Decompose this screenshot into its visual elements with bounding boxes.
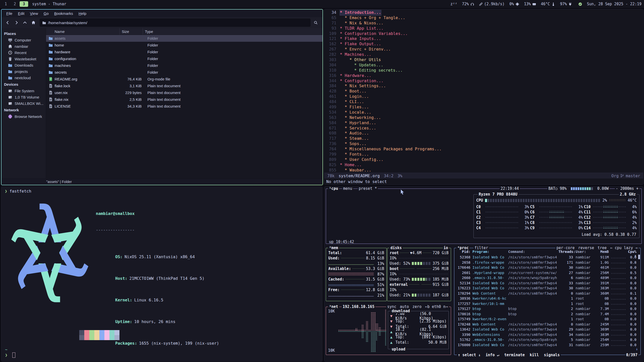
org-heading-line[interactable]: 344 * Configuration... xyxy=(324,78,643,84)
col-program[interactable]: Program: xyxy=(470,250,508,255)
search-button[interactable] xyxy=(311,19,320,26)
file-row[interactable]: LICENSE 34,3 KiB Plain text document xyxy=(46,103,323,110)
org-heading-line[interactable]: 736 * Sops... xyxy=(324,141,643,147)
col-pid[interactable]: Pid: xyxy=(456,250,470,255)
file-row[interactable]: hardware Folder xyxy=(46,49,323,55)
menu-item[interactable]: Bookmarks xyxy=(52,11,75,16)
process-row[interactable]: 52368 Isolated Web Co /nix/store/sm8fmrf… xyxy=(456,255,639,260)
org-heading-line[interactable]: 563 * Networking... xyxy=(324,115,643,120)
org-heading-line[interactable]: 267 * Envrc + Direnv... xyxy=(324,47,643,52)
org-heading-line[interactable]: 316 * Hardware... xyxy=(324,73,643,78)
status-module[interactable]: zᶻᶻ xyxy=(450,2,457,6)
per-core-toggle[interactable]: per-core xyxy=(556,246,575,250)
col-threads[interactable]: Threads: xyxy=(558,250,573,255)
process-table-header[interactable]: Pid: Program: Command: Threads: User: Me… xyxy=(456,250,639,255)
process-row[interactable]: 178616 btop btop 2 nambiar 7.4M 0.0 xyxy=(456,311,639,317)
process-row[interactable]: 176646 Isolated Web Co /nix/store/sm8fmr… xyxy=(456,265,639,270)
reverse-toggle[interactable]: reverse xyxy=(578,246,594,250)
org-heading-line[interactable]: 825 * Home... xyxy=(324,162,643,168)
net-interface-switcher[interactable]: ←b eth0 n→ xyxy=(425,304,448,309)
file-row[interactable]: secrets Folder xyxy=(46,69,323,76)
menu-item[interactable]: View xyxy=(28,11,40,16)
io-toggle[interactable]: io xyxy=(443,246,449,250)
menu-item[interactable]: Help xyxy=(76,11,89,16)
proc-footer-action[interactable]: ↑ select ↓ xyxy=(458,353,480,357)
column-size[interactable]: Size xyxy=(119,28,143,35)
process-row[interactable]: 177257 kworker/10:1-mm_ 1 root 0B 0.0 xyxy=(456,301,639,306)
scroll-down-arrow[interactable]: ↓ xyxy=(636,347,638,351)
process-row[interactable]: 2660 .emacs-31.0.50- /nix/store/wnqz5pa8… xyxy=(456,275,639,281)
file-row[interactable]: configuration Folder xyxy=(46,55,323,62)
org-heading-line[interactable]: 809 * User Config... xyxy=(324,157,643,162)
org-heading-line[interactable]: 764 * Miscellaneous Packages and Program… xyxy=(324,147,643,152)
net-auto-toggle[interactable]: auto xyxy=(400,304,409,309)
net-zero-toggle[interactable]: zero xyxy=(413,304,422,309)
net-sync-toggle[interactable]: sync xyxy=(387,304,396,309)
process-row[interactable]: 51762 .emacs-31.0.50- /nix/store/wnqz5pa… xyxy=(456,337,639,342)
file-row[interactable]: README.org 76,4 KiB Org-mode file xyxy=(46,76,323,82)
toolbar-nav-button[interactable] xyxy=(21,19,29,26)
org-heading-line[interactable]: 534 * Locale... xyxy=(324,110,643,115)
net-box-title[interactable]: ³net xyxy=(328,304,339,309)
emacs-buffer[interactable]: 34 * Introduction... 65 * Emacs + Org + … xyxy=(324,9,643,173)
process-row[interactable]: 38936 kworker/u64:6-kc 1 root 0B 0.0 xyxy=(456,296,639,301)
org-heading-line[interactable]: 304 * Updates... xyxy=(324,63,643,68)
file-row[interactable]: assets Folder xyxy=(46,35,323,42)
process-row[interactable]: 178294 Web Content /nix/store/sm8fmrf3wp… xyxy=(456,291,639,296)
org-heading-line[interactable]: 93 * TLDR App List... xyxy=(324,26,643,31)
process-row[interactable]: 179127 btop btop 2 nambiar 7.3M 0.0 xyxy=(456,306,639,311)
org-heading-line[interactable]: 717 * Steam... xyxy=(324,136,643,141)
column-name[interactable]: Name xyxy=(46,29,119,34)
cpu-box-title[interactable]: ¹cpu xyxy=(328,187,339,191)
disks-box-title[interactable]: disks xyxy=(389,246,403,250)
status-module[interactable]: 72% xyxy=(462,2,474,6)
org-heading-line[interactable]: 855 * Waubar... xyxy=(324,168,643,173)
file-row[interactable]: flake.nix 2,5 KiB Plain text document xyxy=(46,96,323,103)
process-row[interactable]: 176223 Isolated Web Co /nix/store/sm8fmr… xyxy=(456,286,639,291)
process-row[interactable]: 13642 Isolated Web Co /nix/store/sm8fmrf… xyxy=(456,327,639,332)
status-module[interactable]: (2.9kb/s) xyxy=(479,2,505,6)
process-row[interactable]: 176000 Isolated Web Co /nix/store/sm8fmr… xyxy=(456,342,639,348)
sidebar-item[interactable]: Wastebasket xyxy=(2,56,46,62)
col-command[interactable]: Command: xyxy=(508,250,558,255)
status-module[interactable]: Sun, 28 Sep 2025 - 22:19 xyxy=(587,2,641,6)
col-user[interactable]: User: xyxy=(573,250,597,255)
col-cpu[interactable]: Cpu% ↑ xyxy=(626,250,636,255)
file-list-header[interactable]: Name Size Type xyxy=(46,28,323,35)
file-row[interactable]: user.nix 229 bytes Plain text document xyxy=(46,89,323,96)
org-heading-line[interactable]: 428 * Boot... xyxy=(324,89,643,94)
workspace-button[interactable]: 1 xyxy=(2,1,10,7)
status-module[interactable]: 0% xyxy=(509,2,519,6)
status-module[interactable]: 13% xyxy=(524,2,536,6)
proc-footer-action[interactable]: info ↵ xyxy=(486,353,499,357)
column-type[interactable]: Type xyxy=(143,28,323,35)
org-heading-line[interactable]: 384 * Nix Settings... xyxy=(324,83,643,89)
terminal-content[interactable]: ❯fastfetch λ λ λ λ λ λ nambiar@smallbox … xyxy=(1,187,322,361)
col-memory[interactable]: MemB xyxy=(597,250,609,255)
org-heading-line[interactable]: 303 * Other Utils xyxy=(324,57,643,63)
sidebar-device-item[interactable]: 1,0 TB Volume xyxy=(2,94,46,100)
sidebar-item[interactable]: Downloads xyxy=(2,62,46,68)
org-heading-line[interactable]: 282 * Machines... xyxy=(324,52,643,57)
org-heading-line[interactable]: 162 * Flake Output... xyxy=(324,41,643,47)
shell-prompt-empty[interactable]: ❯ xyxy=(5,352,15,358)
org-heading-line[interactable]: 484 * CLI... xyxy=(324,99,643,105)
tree-toggle[interactable]: tree xyxy=(598,246,607,250)
process-row[interactable]: 2601 .Hyprland-wrapp /run/current-system… xyxy=(456,270,639,276)
sort-selector[interactable]: ← cpu lazy → xyxy=(610,246,637,250)
menu-item[interactable]: Edit xyxy=(16,11,27,16)
org-heading-line[interactable]: 698 * Audio... xyxy=(324,131,643,136)
workspace-button[interactable]: 3 xyxy=(20,1,28,7)
org-heading-line[interactable]: 121 * Flake Inputs... xyxy=(324,36,643,41)
status-module[interactable]: 97% xyxy=(560,2,572,6)
path-bar[interactable]: /home/nambiar/system/ xyxy=(40,19,310,27)
file-row[interactable]: machines Folder xyxy=(46,62,323,69)
proc-scrollbar-thumb[interactable] xyxy=(638,255,640,259)
toolbar-nav-button[interactable] xyxy=(13,19,20,26)
preset-button[interactable]: preset * xyxy=(358,187,378,191)
process-row[interactable]: 52134 Isolated Web Co /nix/store/sm8fmrf… xyxy=(456,281,639,286)
org-heading-line[interactable]: 799 * Fonts... xyxy=(324,152,643,157)
process-row[interactable]: 2658 .firefox-wrappe /nix/store/sm8fmrf3… xyxy=(456,260,639,265)
org-heading-line[interactable]: 671 * Services... xyxy=(324,126,643,131)
org-heading-line[interactable]: 584 * Hyprland... xyxy=(324,120,643,126)
